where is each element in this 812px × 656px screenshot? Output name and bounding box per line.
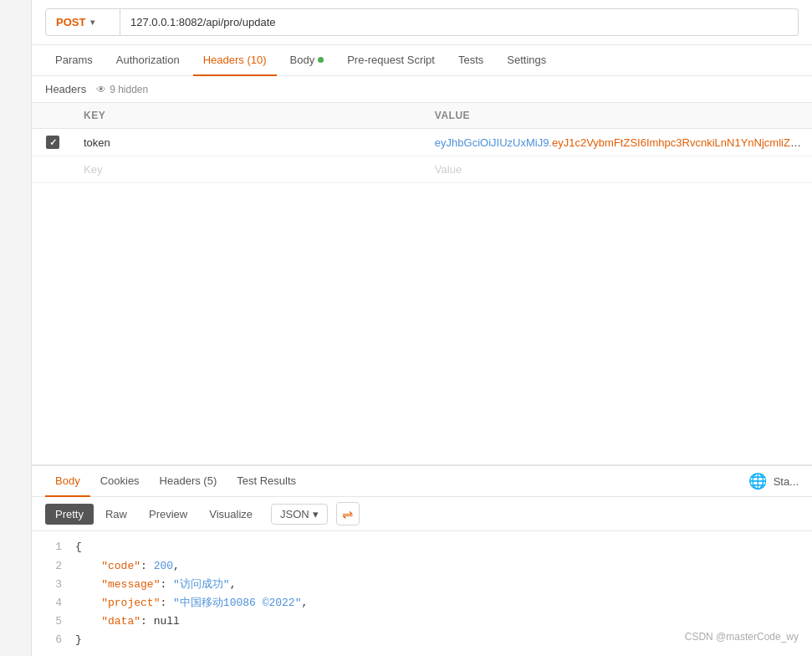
json-line-3: 3 "message": "访问成功", (45, 576, 799, 594)
request-tabs: Params Authorization Headers (10) Body P… (32, 45, 812, 76)
format-tab-preview[interactable]: Preview (139, 504, 197, 525)
response-tab-bar: Body Cookies Headers (5) Test Results 🌐 … (32, 466, 812, 497)
headers-label: Headers (45, 83, 86, 95)
body-dot-icon (318, 57, 324, 63)
col-checkbox (32, 103, 74, 129)
globe-icon[interactable]: 🌐 (748, 472, 767, 490)
json-line-5: 5 "data": null (45, 612, 799, 631)
sidebar-strip (0, 0, 32, 656)
wrap-icon: ⇌ (342, 506, 353, 522)
key-placeholder[interactable]: Key (74, 156, 425, 183)
response-section: Body Cookies Headers (5) Test Results 🌐 … (32, 465, 812, 656)
tab-params[interactable]: Params (45, 45, 103, 76)
col-key: KEY (74, 103, 425, 129)
table-row-placeholder: Key Value (32, 156, 812, 183)
tab-pre-request[interactable]: Pre-request Script (337, 45, 445, 76)
value-cell[interactable]: eyJhbGciOiJIUzUxMiJ9.eyJ1c2VybmFtZSI6Imh… (425, 129, 812, 156)
table-row: token eyJhbGciOiJIUzUxMiJ9.eyJ1c2VybmFtZ… (32, 129, 812, 156)
tab-settings[interactable]: Settings (497, 45, 556, 76)
method-chevron-icon: ▾ (90, 18, 94, 27)
value-placeholder[interactable]: Value (425, 156, 812, 183)
format-selector[interactable]: JSON ▾ (271, 504, 328, 525)
wrap-button[interactable]: ⇌ (336, 502, 360, 525)
tab-headers[interactable]: Headers (10) (193, 45, 277, 76)
format-chevron-icon: ▾ (313, 508, 319, 520)
eye-icon: 👁 (96, 84, 106, 95)
method-selector[interactable]: POST ▾ (45, 8, 120, 36)
json-line-4: 4 "project": "中国移动10086 ©2022", (45, 594, 799, 612)
response-toolbar: Pretty Raw Preview Visualize JSON ▾ (32, 497, 812, 531)
key-cell[interactable]: token (74, 129, 425, 156)
watermark: CSDN @masterCode_wy (685, 631, 799, 643)
format-tabs: Pretty Raw Preview Visualize JSON ▾ (45, 502, 360, 525)
row-checkbox[interactable] (46, 136, 59, 149)
json-line-1: 1 { (45, 538, 799, 556)
col-value: VALUE (425, 103, 812, 129)
response-tab-test-results[interactable]: Test Results (227, 466, 306, 497)
tab-authorization[interactable]: Authorization (106, 45, 190, 76)
hidden-badge: 👁 9 hidden (96, 84, 148, 95)
json-line-2: 2 "code": 200, (45, 557, 799, 576)
status-text: Sta... (774, 475, 799, 488)
response-tab-cookies[interactable]: Cookies (90, 466, 150, 497)
url-input[interactable] (120, 8, 799, 36)
request-bar: POST ▾ (32, 0, 812, 45)
response-tab-body[interactable]: Body (45, 466, 90, 497)
tab-body[interactable]: Body (280, 45, 335, 76)
response-right-actions: 🌐 Sta... (748, 472, 799, 490)
format-tab-visualize[interactable]: Visualize (199, 504, 263, 525)
headers-section: Headers 👁 9 hidden (32, 76, 812, 103)
response-tab-headers[interactable]: Headers (5) (150, 466, 227, 497)
spacer (32, 183, 812, 465)
method-label: POST (56, 16, 85, 28)
format-tab-pretty[interactable]: Pretty (45, 504, 94, 525)
headers-table: KEY VALUE token eyJhbGciOiJIUzUxMiJ9.eyJ… (32, 103, 812, 183)
tab-tests[interactable]: Tests (448, 45, 493, 76)
format-tab-raw[interactable]: Raw (95, 504, 137, 525)
